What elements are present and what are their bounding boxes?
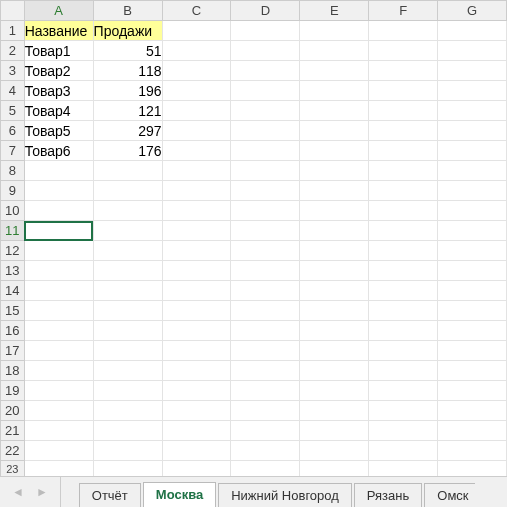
cell[interactable] [93,181,162,201]
cell[interactable] [162,281,231,301]
cell[interactable] [231,421,300,441]
cell[interactable] [438,281,507,301]
cell[interactable] [438,181,507,201]
cell[interactable] [93,261,162,281]
cell[interactable] [162,301,231,321]
cell[interactable] [300,461,369,477]
cell[interactable] [162,341,231,361]
cell[interactable] [369,341,438,361]
cell[interactable] [162,201,231,221]
cell[interactable] [24,261,93,281]
cell[interactable] [300,281,369,301]
cell-A1[interactable]: Название [24,21,93,41]
sheet-tab-omsk[interactable]: Омск [424,483,474,507]
cell[interactable] [369,421,438,441]
cell[interactable] [93,321,162,341]
col-header-C[interactable]: C [162,1,231,21]
cell[interactable] [93,441,162,461]
cell-A3[interactable]: Товар2 [24,61,93,81]
cell-B3[interactable]: 118 [93,61,162,81]
cell-B5[interactable]: 121 [93,101,162,121]
cell[interactable] [369,361,438,381]
cell[interactable] [162,161,231,181]
row-header-21[interactable]: 21 [1,421,25,441]
cell[interactable] [438,161,507,181]
cell[interactable] [369,321,438,341]
cell[interactable] [438,341,507,361]
col-header-B[interactable]: B [93,1,162,21]
cell[interactable] [231,321,300,341]
sheet-tab-ryazan[interactable]: Рязань [354,483,422,507]
cell[interactable] [93,201,162,221]
cell[interactable] [93,361,162,381]
cell[interactable] [300,341,369,361]
cell[interactable] [300,81,369,101]
cell[interactable] [162,61,231,81]
row-header-14[interactable]: 14 [1,281,25,301]
cell[interactable] [231,281,300,301]
cell[interactable] [300,301,369,321]
cell[interactable] [300,401,369,421]
cell[interactable] [369,21,438,41]
cell-A6[interactable]: Товар5 [24,121,93,141]
cell[interactable] [231,181,300,201]
cell[interactable] [300,121,369,141]
row-header-23[interactable]: 23 [1,461,25,477]
cell[interactable] [300,161,369,181]
row-header-7[interactable]: 7 [1,141,25,161]
cell[interactable] [438,361,507,381]
cell[interactable] [162,21,231,41]
cell[interactable] [93,281,162,301]
cell[interactable] [93,301,162,321]
cell-B4[interactable]: 196 [93,81,162,101]
cell[interactable] [438,441,507,461]
row-header-22[interactable]: 22 [1,441,25,461]
cell[interactable] [438,81,507,101]
cell[interactable] [369,141,438,161]
row-header-1[interactable]: 1 [1,21,25,41]
cell[interactable] [162,221,231,241]
cell[interactable] [24,181,93,201]
col-header-A[interactable]: A [24,1,93,21]
cell[interactable] [369,301,438,321]
spreadsheet-grid[interactable]: A B C D E F G H 1 Название Продажи 2 Тов… [0,0,507,477]
cell[interactable] [300,221,369,241]
cell[interactable] [438,201,507,221]
cell[interactable] [300,61,369,81]
cell[interactable] [231,81,300,101]
cell[interactable] [369,261,438,281]
cell[interactable] [369,161,438,181]
tab-nav-prev-icon[interactable]: ◄ [10,484,26,500]
cell[interactable] [24,161,93,181]
cell[interactable] [438,261,507,281]
cell[interactable] [438,381,507,401]
row-header-20[interactable]: 20 [1,401,25,421]
select-all-corner[interactable] [1,1,25,21]
cell-A11-active[interactable] [24,221,93,241]
cell[interactable] [162,181,231,201]
cell[interactable] [162,41,231,61]
cell[interactable] [369,81,438,101]
cell[interactable] [24,341,93,361]
cell[interactable] [24,461,93,477]
cell[interactable] [369,121,438,141]
row-header-3[interactable]: 3 [1,61,25,81]
cell[interactable] [300,421,369,441]
cell[interactable] [231,121,300,141]
cell[interactable] [369,61,438,81]
cell[interactable] [24,301,93,321]
cell[interactable] [438,221,507,241]
cell[interactable] [24,201,93,221]
cell[interactable] [231,21,300,41]
col-header-F[interactable]: F [369,1,438,21]
row-header-9[interactable]: 9 [1,181,25,201]
cell[interactable] [162,121,231,141]
cell-A5[interactable]: Товар4 [24,101,93,121]
cell[interactable] [300,321,369,341]
row-header-18[interactable]: 18 [1,361,25,381]
cell[interactable] [369,441,438,461]
sheet-tab-moscow[interactable]: Москва [143,482,216,507]
row-header-8[interactable]: 8 [1,161,25,181]
cell[interactable] [300,361,369,381]
cell[interactable] [162,141,231,161]
